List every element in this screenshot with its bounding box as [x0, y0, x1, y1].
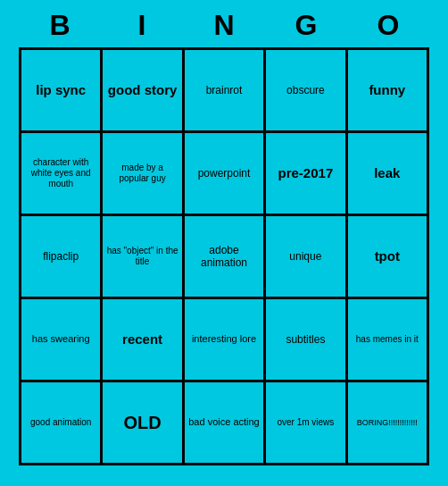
cell-3-0: has swearing	[21, 298, 101, 381]
cell-1-0: character with white eyes and mouth	[21, 132, 101, 214]
cell-3-3: subtitles	[265, 298, 345, 381]
cell-0-3: obscure	[265, 49, 345, 131]
cell-0-4: funny	[347, 49, 427, 131]
letter-i: I	[105, 9, 178, 42]
cell-3-1: recent	[102, 298, 182, 381]
cell-1-2: powerpoint	[184, 132, 264, 214]
cell-2-1: has "object" in the title	[102, 215, 182, 297]
cell-2-2: adobe animation	[184, 215, 264, 297]
cell-4-3: over 1m views	[265, 381, 345, 464]
cell-4-2: bad voice acting	[184, 381, 264, 464]
cell-0-1: good story	[102, 49, 182, 131]
letter-n: N	[187, 9, 261, 42]
letter-g: G	[270, 9, 343, 42]
bingo-header: B I N G O	[19, 9, 429, 42]
letter-b: B	[23, 9, 96, 42]
bingo-grid: lip sync good story brainrot obscure fun…	[19, 47, 429, 465]
cell-1-3: pre-2017	[265, 132, 345, 214]
cell-0-0: lip sync	[21, 49, 101, 131]
cell-2-0: flipaclip	[21, 215, 101, 297]
cell-3-2: interesting lore	[184, 298, 264, 381]
cell-1-1: made by a popular guy	[102, 132, 182, 214]
cell-4-0: good animation	[21, 381, 101, 464]
letter-o: O	[352, 9, 425, 42]
cell-1-4: leak	[347, 132, 427, 214]
cell-4-4: BORING!!!!!!!!!!!!!	[347, 381, 427, 464]
cell-2-4: tpot	[347, 215, 427, 297]
cell-2-3: unique	[265, 215, 345, 297]
cell-4-1: OLD	[102, 381, 182, 464]
cell-0-2: brainrot	[184, 49, 264, 131]
cell-3-4: has memes in it	[347, 298, 427, 381]
